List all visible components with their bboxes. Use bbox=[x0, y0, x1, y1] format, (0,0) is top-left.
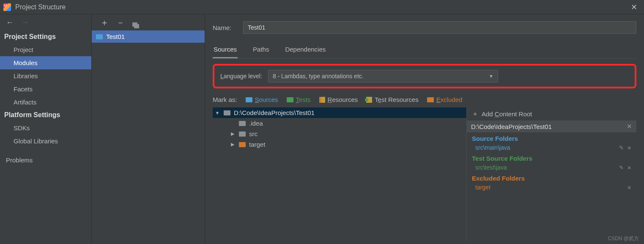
resources-folder-icon bbox=[319, 97, 325, 103]
module-folder-icon bbox=[96, 34, 103, 39]
mark-as-label: Mark as: bbox=[213, 96, 237, 103]
test-resources-folder-icon bbox=[366, 97, 372, 103]
content-root-path: D:\Code\IdeaProjects\Test01 bbox=[471, 123, 552, 130]
title-bar: Project Structure ✕ bbox=[0, 0, 644, 14]
mark-tests[interactable]: Tests bbox=[287, 96, 311, 103]
sidebar-item-artifacts[interactable]: Artifacts bbox=[0, 96, 91, 109]
module-list-panel: ＋ － Test01 bbox=[92, 14, 205, 244]
module-item[interactable]: Test01 bbox=[92, 30, 205, 43]
sidebar-item-facets[interactable]: Facets bbox=[0, 82, 91, 96]
edit-icon[interactable] bbox=[619, 164, 624, 171]
test-source-folders-header: Test Source Folders bbox=[467, 152, 636, 163]
content-root-panel: ＋ Add Content Root D:\Code\IdeaProjects\… bbox=[466, 107, 636, 241]
sidebar-item-global-libraries[interactable]: Global Libraries bbox=[0, 134, 91, 148]
expand-icon[interactable]: ▶ bbox=[230, 142, 236, 147]
tree-node-target[interactable]: ▶ target bbox=[213, 139, 466, 150]
mark-test-resources[interactable]: Test Resources bbox=[366, 96, 418, 103]
tree-root-path: D:\Code\IdeaProjects\Test01 bbox=[234, 109, 315, 116]
section-header-project-settings: Project Settings bbox=[0, 30, 91, 43]
excluded-folders-header: Excluded Folders bbox=[467, 172, 636, 183]
remove-icon[interactable] bbox=[627, 184, 631, 191]
sidebar-item-sdks[interactable]: SDKs bbox=[0, 121, 91, 134]
nav-back-icon[interactable]: ← bbox=[6, 18, 14, 27]
remove-icon[interactable] bbox=[627, 164, 631, 171]
mark-resources[interactable]: Resources bbox=[319, 96, 358, 103]
folder-icon bbox=[224, 110, 230, 115]
language-level-value: 8 - Lambdas, type annotations etc. bbox=[273, 73, 364, 80]
module-name-input[interactable] bbox=[243, 21, 636, 34]
section-header-platform-settings: Platform Settings bbox=[0, 109, 91, 121]
tests-folder-icon bbox=[287, 97, 293, 102]
module-detail-panel: Name: Sources Paths Dependencies Languag… bbox=[205, 14, 644, 244]
language-level-label: Language level: bbox=[220, 73, 262, 80]
source-folders-header: Source Folders bbox=[467, 132, 636, 143]
watermark: CSDN @贰方 bbox=[608, 235, 639, 242]
module-name: Test01 bbox=[106, 33, 125, 40]
folder-icon bbox=[239, 121, 246, 126]
collapse-icon[interactable]: ▼ bbox=[214, 110, 220, 115]
excluded-folder-icon bbox=[427, 97, 434, 102]
sidebar-item-libraries[interactable]: Libraries bbox=[0, 69, 91, 82]
remove-icon[interactable] bbox=[627, 144, 631, 151]
tree-root[interactable]: ▼ D:\Code\IdeaProjects\Test01 bbox=[213, 107, 466, 118]
tab-paths[interactable]: Paths bbox=[252, 43, 270, 58]
expand-icon[interactable]: ▶ bbox=[230, 131, 236, 137]
folder-icon bbox=[239, 142, 246, 147]
app-icon bbox=[3, 3, 11, 11]
sources-folder-icon bbox=[246, 97, 252, 102]
module-tabs: Sources Paths Dependencies bbox=[213, 43, 636, 59]
window-title: Project Structure bbox=[15, 3, 66, 11]
excluded-folder-item[interactable]: target bbox=[467, 183, 636, 192]
mark-sources[interactable]: Sources bbox=[246, 96, 278, 103]
add-content-root-button[interactable]: ＋ Add Content Root bbox=[467, 107, 636, 121]
tree-node-src[interactable]: ▶ src bbox=[213, 129, 466, 139]
content-root-header: D:\Code\IdeaProjects\Test01 ✕ bbox=[467, 121, 636, 132]
mark-as-row: Mark as: Sources Tests Resources Test Re… bbox=[213, 96, 636, 103]
name-label: Name: bbox=[213, 24, 237, 31]
mark-excluded[interactable]: Excluded bbox=[427, 96, 463, 103]
source-folder-item[interactable]: src\main\java bbox=[467, 143, 636, 152]
test-source-folder-item[interactable]: src\test\java bbox=[467, 163, 636, 172]
nav-forward-icon: → bbox=[21, 18, 29, 27]
chevron-down-icon: ▼ bbox=[489, 74, 493, 79]
remove-module-icon[interactable]: － bbox=[116, 17, 125, 28]
sidebar-item-problems[interactable]: Problems bbox=[0, 154, 91, 167]
tab-dependencies[interactable]: Dependencies bbox=[284, 43, 326, 58]
edit-icon[interactable] bbox=[619, 144, 624, 151]
folder-icon bbox=[239, 132, 246, 137]
tree-node-idea[interactable]: .idea bbox=[213, 118, 466, 129]
source-tree[interactable]: ▼ D:\Code\IdeaProjects\Test01 .idea ▶ sr… bbox=[213, 107, 466, 241]
remove-content-root-icon[interactable]: ✕ bbox=[627, 123, 632, 130]
language-level-highlight: Language level: 8 - Lambdas, type annota… bbox=[213, 64, 636, 88]
add-module-icon[interactable]: ＋ bbox=[100, 17, 109, 28]
close-icon[interactable]: ✕ bbox=[628, 2, 641, 13]
language-level-dropdown[interactable]: 8 - Lambdas, type annotations etc. ▼ bbox=[268, 70, 498, 82]
plus-icon: ＋ bbox=[472, 110, 478, 118]
sidebar-item-modules[interactable]: Modules bbox=[0, 56, 91, 69]
settings-sidebar: ← → Project Settings Project Modules Lib… bbox=[0, 14, 92, 244]
sidebar-item-project[interactable]: Project bbox=[0, 43, 91, 56]
tab-sources[interactable]: Sources bbox=[213, 43, 238, 58]
